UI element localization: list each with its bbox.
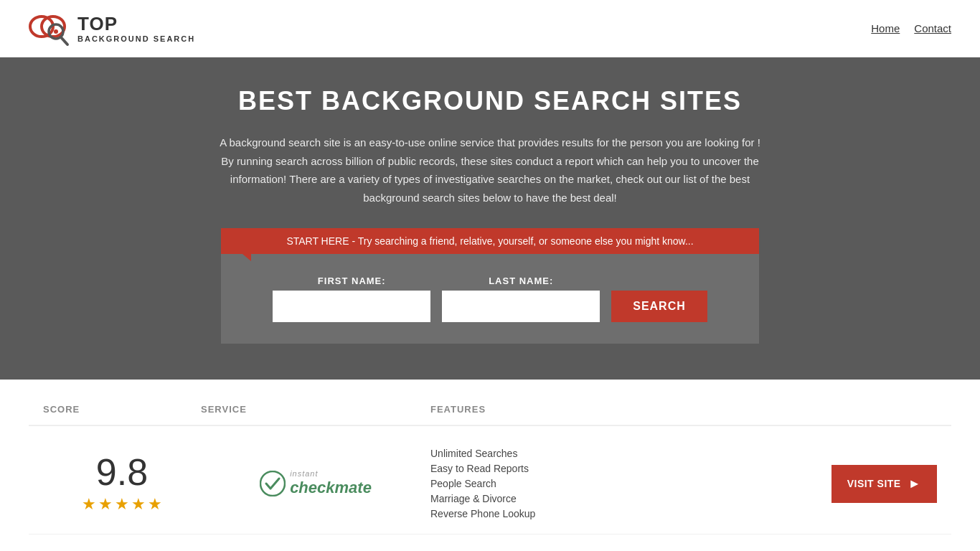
checkmate-label: checkmate xyxy=(290,479,372,497)
logo-icon xyxy=(29,9,72,48)
main-nav: Home Contact xyxy=(871,22,951,34)
feature-1-5: Reverse Phone Lookup xyxy=(430,508,831,519)
site-header: TOP BACKGROUND SEARCH Home Contact xyxy=(0,0,980,57)
checkmate-icon xyxy=(260,471,286,496)
logo: TOP BACKGROUND SEARCH xyxy=(29,9,195,48)
visit-site-button-1[interactable]: VISIT SITE ► xyxy=(831,465,937,503)
feature-1-4: Marriage & Divorce xyxy=(430,493,831,504)
visit-arrow-icon-1: ► xyxy=(908,476,921,491)
last-name-field-group: LAST NAME: xyxy=(442,276,600,322)
hero-title: BEST BACKGROUND SEARCH SITES xyxy=(14,86,966,116)
feature-1-1: Unlimited Searches xyxy=(430,448,831,459)
col-features-header: FEATURES xyxy=(430,404,937,415)
score-col-1: 9.8 ★ ★ ★ ★ ★ xyxy=(43,453,201,514)
star-4: ★ xyxy=(131,495,146,514)
nav-contact[interactable]: Contact xyxy=(914,22,951,34)
star-5-half: ★ xyxy=(148,495,162,514)
stars-1: ★ ★ ★ ★ ★ xyxy=(82,495,162,514)
hero-section: BEST BACKGROUND SEARCH SITES A backgroun… xyxy=(0,57,980,380)
svg-line-3 xyxy=(61,37,67,44)
logo-sub-text: BACKGROUND SEARCH xyxy=(77,34,195,43)
visit-col-1: VISIT SITE ► xyxy=(831,465,937,503)
search-form-container: FIRST NAME: LAST NAME: SEARCH xyxy=(221,254,759,344)
service-col-1: instant checkmate xyxy=(201,469,430,498)
search-hint-banner: START HERE - Try searching a friend, rel… xyxy=(221,228,759,254)
star-2: ★ xyxy=(98,495,113,514)
star-1: ★ xyxy=(82,495,96,514)
logo-top-text: TOP xyxy=(77,14,195,34)
star-3: ★ xyxy=(115,495,129,514)
first-name-input[interactable] xyxy=(273,291,430,322)
col-score-header: SCORE xyxy=(43,404,201,415)
feature-1-2: Easy to Read Reports xyxy=(430,463,831,474)
hero-description: A background search site is an easy-to-u… xyxy=(217,133,763,207)
table-row: 9.8 ★ ★ ★ ★ ★ instant checkmate xyxy=(29,433,951,534)
last-name-label: LAST NAME: xyxy=(442,276,600,286)
search-button[interactable]: SEARCH xyxy=(611,291,707,322)
svg-point-5 xyxy=(260,471,285,496)
table-header: SCORE SERVICE FEATURES xyxy=(29,394,951,426)
features-col-1: Unlimited Searches Easy to Read Reports … xyxy=(430,448,831,519)
first-name-label: FIRST NAME: xyxy=(273,276,430,286)
instant-label: instant xyxy=(290,469,372,479)
logo-text: TOP BACKGROUND SEARCH xyxy=(77,14,195,43)
score-number-1: 9.8 xyxy=(96,453,148,491)
svg-point-4 xyxy=(54,29,58,34)
last-name-input[interactable] xyxy=(442,291,600,322)
col-service-header: SERVICE xyxy=(201,404,430,415)
table-row: 9.4 ★ ★ ★ ★ ★ PeopleLooker Accurate and … xyxy=(29,534,951,551)
nav-home[interactable]: Home xyxy=(871,22,900,34)
search-form: FIRST NAME: LAST NAME: SEARCH xyxy=(235,276,745,322)
first-name-field-group: FIRST NAME: xyxy=(273,276,430,322)
feature-1-3: People Search xyxy=(430,478,831,489)
results-section: SCORE SERVICE FEATURES 9.8 ★ ★ ★ ★ ★ xyxy=(0,380,980,551)
